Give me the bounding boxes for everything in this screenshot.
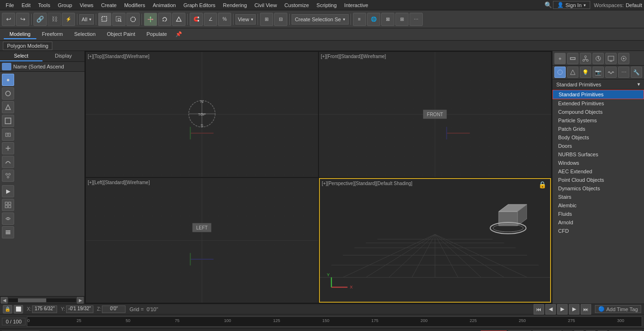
dropdown-item-arnold[interactable]: Arnold	[552, 218, 644, 227]
dropdown-item-body-objects[interactable]: Body Objects	[552, 133, 644, 142]
menu-item-customize[interactable]: Customize	[281, 1, 313, 9]
rp-sphere-icon[interactable]	[554, 67, 566, 78]
rp-camera2-icon[interactable]: 📷	[593, 67, 604, 78]
spacewarp-icon[interactable]	[2, 156, 14, 168]
dropdown-item-particle-systems[interactable]: Particle Systems	[552, 116, 644, 125]
grid-view-icon[interactable]	[2, 199, 14, 211]
menu-item-group[interactable]: Group	[54, 1, 76, 9]
select-status-icon[interactable]: ⬜	[14, 305, 23, 314]
dropdown-item-point-cloud-objects[interactable]: Point Cloud Objects	[552, 176, 644, 184]
dropdown-item-aec-extended[interactable]: AEC Extended	[552, 167, 644, 176]
dropdown-item-standard-primitives[interactable]: Standard Primitives	[552, 90, 644, 99]
link-button[interactable]: 🔗	[33, 13, 47, 26]
dropdown-item-patch-grids[interactable]: Patch Grids	[552, 125, 644, 133]
viewport-perspective[interactable]: X Y [+][Perspective][Standard][Default S…	[319, 178, 551, 303]
eye-icon[interactable]	[2, 212, 14, 225]
rp-motion-icon[interactable]	[593, 53, 604, 64]
redo-button[interactable]: ↪	[16, 13, 29, 26]
tab-selection[interactable]: Selection	[68, 30, 101, 39]
rp-hierarchy-icon[interactable]	[580, 53, 591, 64]
rp-modify-icon[interactable]	[567, 53, 578, 64]
prev-key-button[interactable]: ◀	[545, 304, 556, 314]
menu-item-rendering[interactable]: Rendering	[219, 1, 251, 9]
menu-item-views[interactable]: Views	[76, 1, 97, 9]
align-button[interactable]: ⊟	[274, 13, 287, 26]
mirror-button[interactable]: ⊞	[260, 13, 273, 26]
bind-button[interactable]: ⚡	[62, 13, 75, 26]
menu-item-file[interactable]: File	[2, 1, 18, 9]
menu-item-tools[interactable]: Tools	[34, 1, 54, 9]
undo-button[interactable]: ↩	[2, 13, 15, 26]
next-key-button[interactable]: ▶	[569, 304, 579, 314]
unlink-button[interactable]: ⛓	[48, 13, 61, 26]
tab-modeling[interactable]: Modeling	[4, 30, 36, 39]
pin-icon[interactable]: 📌	[176, 31, 182, 37]
list-icon[interactable]	[2, 226, 14, 238]
menu-item-interactive[interactable]: Interactive	[341, 1, 372, 9]
rotate-button[interactable]	[158, 13, 171, 26]
view-dropdown[interactable]: View	[235, 14, 256, 25]
dropdown-item-doors[interactable]: Doors	[552, 142, 644, 150]
rp-cone-icon[interactable]	[567, 67, 578, 78]
rp-create-icon[interactable]: +	[554, 53, 566, 64]
dropdown-item-fluids[interactable]: Fluids	[552, 210, 644, 218]
search-icon[interactable]: 🔍	[544, 0, 553, 10]
angle-snap[interactable]: ∠	[204, 13, 217, 26]
ribbon-button[interactable]: ⊠	[381, 13, 394, 26]
menu-item-civil-view[interactable]: Civil View	[251, 1, 280, 9]
viewport-top[interactable]: [+][Top][Standard][Wireframe] N S TOP	[86, 52, 318, 177]
menu-item-graph-editors[interactable]: Graph Editors	[180, 1, 219, 9]
select-region-button[interactable]	[112, 13, 125, 26]
systems-icon[interactable]	[2, 170, 14, 182]
scene-select-icon[interactable]: ●	[2, 74, 14, 86]
geometry-icon[interactable]	[2, 87, 14, 100]
scroll-left-button[interactable]: ◀	[1, 297, 8, 304]
select-button[interactable]	[98, 13, 111, 26]
snap-toggle[interactable]: 🧲	[190, 13, 203, 26]
dropdown-item-cfd[interactable]: CFD	[552, 227, 644, 235]
dropdown-item-alembic[interactable]: Alembic	[552, 201, 644, 210]
rp-wrench-icon[interactable]: 🔧	[631, 67, 642, 78]
percent-snap[interactable]: %	[218, 13, 231, 26]
scroll-right-button[interactable]: ▶	[77, 297, 84, 304]
dropdown-item-windows[interactable]: Windows	[552, 159, 644, 167]
viewport-front[interactable]: [+][Front][Standard][Wireframe] FRONT	[319, 52, 551, 177]
dropdown-item-dynamics-objects[interactable]: Dynamics Objects	[552, 184, 644, 193]
scroll-thumb[interactable]	[18, 298, 46, 302]
left-tab-select[interactable]: Select	[0, 51, 42, 61]
menu-item-scripting[interactable]: Scripting	[313, 1, 341, 9]
tab-populate[interactable]: Populate	[141, 30, 172, 39]
rp-utilities-icon[interactable]	[618, 53, 629, 64]
lock-status-icon[interactable]: 🔒	[3, 305, 12, 314]
scale-button[interactable]	[172, 13, 185, 26]
dropdown-item-compound-objects[interactable]: Compound Objects	[552, 108, 644, 116]
dropdown-item-nurbs-surfaces[interactable]: NURBS Surfaces	[552, 150, 644, 159]
horizontal-scrollbar[interactable]: ◀ ▶	[0, 296, 84, 304]
timeline-track[interactable]: 0 25 50 75 100 125 150 175 200 225 250 2…	[27, 316, 642, 327]
grid-button[interactable]: ⊞	[395, 13, 409, 26]
rp-display-icon[interactable]	[605, 53, 617, 64]
extra-tools-button[interactable]: ⋯	[410, 13, 423, 26]
tab-freeform[interactable]: Freeform	[36, 30, 69, 39]
rp-light2-icon[interactable]: 💡	[580, 67, 591, 78]
dropdown-item-extended-primitives[interactable]: Extended Primitives	[552, 99, 644, 108]
category-dropdown-header[interactable]: Standard Primitives ▾	[552, 79, 644, 90]
scroll-track[interactable]	[8, 298, 76, 302]
tab-object-paint[interactable]: Object Paint	[101, 30, 141, 39]
viewport-left[interactable]: [+][Left][Standard][Wireframe] LEFT	[86, 178, 318, 303]
select-all-button[interactable]	[126, 13, 140, 26]
category-dropdown-list[interactable]: Standard Primitives Extended Primitives …	[552, 90, 644, 304]
menu-item-edit[interactable]: Edit	[18, 1, 34, 9]
prev-frame-button[interactable]: ⏮	[534, 304, 544, 314]
menu-item-create[interactable]: Create	[97, 1, 120, 9]
dropdown-item-stairs[interactable]: Stairs	[552, 193, 644, 201]
helper-icon[interactable]	[2, 142, 14, 154]
light-icon[interactable]	[2, 115, 14, 127]
menu-item-modifiers[interactable]: Modifiers	[120, 1, 149, 9]
rp-particle-icon[interactable]: ⋯	[618, 67, 629, 78]
left-tab-display[interactable]: Display	[42, 51, 85, 61]
shape-icon[interactable]	[2, 101, 14, 113]
play-icon[interactable]: ▶	[2, 185, 14, 197]
layer-manager-button[interactable]: ≡	[353, 13, 366, 26]
rp-wave-icon[interactable]	[605, 67, 617, 78]
